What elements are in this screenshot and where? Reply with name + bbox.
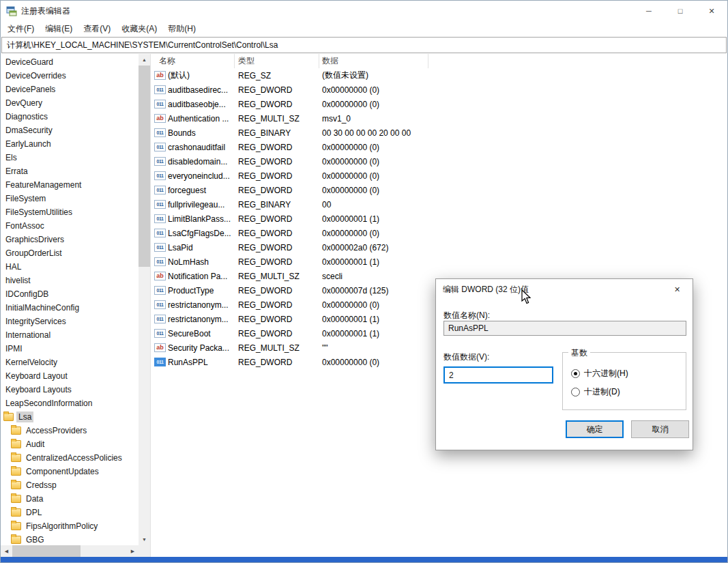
tree-item-FontAssoc[interactable]: FontAssoc xyxy=(1,219,139,233)
tree-item-Credssp[interactable]: Credssp xyxy=(1,478,139,492)
scroll-left-icon[interactable]: ◀ xyxy=(1,545,12,557)
column-header-0[interactable]: 名称 xyxy=(151,54,235,68)
value-row-disabledomain...[interactable]: 011disabledomain...REG_DWORD0x00000000 (… xyxy=(151,154,727,169)
value-data-input[interactable] xyxy=(443,366,553,384)
scroll-right-icon[interactable]: ▶ xyxy=(127,545,139,557)
tree-item-FipsAlgorithmPolicy[interactable]: FipsAlgorithmPolicy xyxy=(1,519,139,533)
value-row-Bounds[interactable]: 011BoundsREG_BINARY00 30 00 00 00 20 00 … xyxy=(151,126,727,140)
value-data: 0x00000000 (0) xyxy=(319,157,727,167)
vertical-scroll-thumb[interactable] xyxy=(139,66,150,267)
ok-button[interactable]: 确定 xyxy=(566,420,624,438)
tree-item-IPMI[interactable]: IPMI xyxy=(1,342,139,356)
horizontal-scroll-thumb[interactable] xyxy=(12,545,81,557)
column-header-2[interactable]: 数据 xyxy=(319,54,428,68)
folder-icon xyxy=(11,536,21,544)
value-name-cell: 011restrictanonym... xyxy=(151,300,235,310)
menu-item[interactable]: 收藏夹(A) xyxy=(116,21,162,37)
dword-value-icon: 011 xyxy=(154,143,166,151)
value-row-LsaPid[interactable]: 011LsaPidREG_DWORD0x000002a0 (672) xyxy=(151,240,727,255)
dialog-close-button[interactable]: ✕ xyxy=(662,279,693,300)
value-row-LsaCfgFlagsDe...[interactable]: 011LsaCfgFlagsDe...REG_DWORD0x00000000 (… xyxy=(151,226,727,240)
tree-item-CentralizedAccessPolicies[interactable]: CentralizedAccessPolicies xyxy=(1,451,139,465)
value-name-cell: 011Bounds xyxy=(151,128,235,138)
value-name-cell: 011LsaCfgFlagsDe... xyxy=(151,229,235,238)
tree-item-KernelVelocity[interactable]: KernelVelocity xyxy=(1,356,139,369)
tree-item-DeviceGuard[interactable]: DeviceGuard xyxy=(1,55,139,69)
tree-item-Lsa[interactable]: Lsa xyxy=(1,410,139,424)
value-row-Authentication ...[interactable]: abAuthentication ...REG_MULTI_SZmsv1_0 xyxy=(151,111,727,126)
tree-item-IDConfigDB[interactable]: IDConfigDB xyxy=(1,287,139,301)
menu-item[interactable]: 编辑(E) xyxy=(40,21,78,37)
tree-item-label: Lsa xyxy=(16,412,33,422)
value-name-cell: 011forceguest xyxy=(151,186,235,195)
tree-item-FileSystem[interactable]: FileSystem xyxy=(1,192,139,205)
tree-item-label: DPL xyxy=(24,507,44,518)
value-row-NoLmHash[interactable]: 011NoLmHashREG_DWORD0x00000001 (1) xyxy=(151,255,727,269)
value-row-LimitBlankPass...[interactable]: 011LimitBlankPass...REG_DWORD0x00000001 … xyxy=(151,212,727,226)
address-bar[interactable]: 计算机\HKEY_LOCAL_MACHINE\SYSTEM\CurrentCon… xyxy=(1,37,727,53)
menu-item[interactable]: 查看(V) xyxy=(78,21,116,37)
tree-item-FeatureManagement[interactable]: FeatureManagement xyxy=(1,178,139,192)
tree-item-Diagnostics[interactable]: Diagnostics xyxy=(1,110,139,124)
tree-item-GraphicsDrivers[interactable]: GraphicsDrivers xyxy=(1,233,139,246)
tree-item-Errata[interactable]: Errata xyxy=(1,164,139,178)
value-row-fullprivilegeau...[interactable]: 011fullprivilegeau...REG_BINARY00 xyxy=(151,197,727,212)
folder-icon xyxy=(11,454,21,462)
tree-item-International[interactable]: International xyxy=(1,328,139,342)
tree-item-Keyboard Layout[interactable]: Keyboard Layout xyxy=(1,369,139,383)
tree-item-InitialMachineConfig[interactable]: InitialMachineConfig xyxy=(1,301,139,315)
cancel-button[interactable]: 取消 xyxy=(631,420,689,438)
value-name-field[interactable] xyxy=(443,321,686,336)
tree-item-DevicePanels[interactable]: DevicePanels xyxy=(1,83,139,96)
tree-item-GroupOrderList[interactable]: GroupOrderList xyxy=(1,246,139,260)
tree-item-IntegrityServices[interactable]: IntegrityServices xyxy=(1,315,139,328)
value-name-cell: abNotification Pa... xyxy=(151,272,235,281)
tree-item-label: FeatureManagement xyxy=(3,179,83,190)
tree-horizontal-scrollbar[interactable]: ◀ ▶ xyxy=(1,545,139,557)
value-row-forceguest[interactable]: 011forceguestREG_DWORD0x00000000 (0) xyxy=(151,183,727,197)
maximize-button[interactable]: □ xyxy=(665,1,696,21)
tree-item-label: Credssp xyxy=(24,480,59,491)
close-button[interactable]: ✕ xyxy=(696,1,727,21)
tree-item-DPL[interactable]: DPL xyxy=(1,506,139,519)
scroll-down-icon[interactable]: ▼ xyxy=(139,534,150,545)
radio-hexadecimal[interactable]: 十六进制(H) xyxy=(571,368,628,379)
tree-item-DeviceOverrides[interactable]: DeviceOverrides xyxy=(1,69,139,83)
value-row-(默认)[interactable]: ab(默认)REG_SZ(数值未设置) xyxy=(151,68,727,83)
column-header-1[interactable]: 类型 xyxy=(235,54,319,68)
tree-item-Audit[interactable]: Audit xyxy=(1,437,139,451)
tree-item-FileSystemUtilities[interactable]: FileSystemUtilities xyxy=(1,205,139,219)
scroll-up-icon[interactable]: ▲ xyxy=(139,54,150,66)
tree-item-EarlyLaunch[interactable]: EarlyLaunch xyxy=(1,137,139,151)
value-row-auditbaseobje...[interactable]: 011auditbaseobje...REG_DWORD0x00000000 (… xyxy=(151,97,727,111)
value-type: REG_DWORD xyxy=(235,229,319,238)
tree-item-hivelist[interactable]: hivelist xyxy=(1,274,139,287)
tree-item-GBG[interactable]: GBG xyxy=(1,533,139,545)
value-row-everyoneinclud...[interactable]: 011everyoneinclud...REG_DWORD0x00000000 … xyxy=(151,169,727,183)
value-name: disabledomain... xyxy=(168,157,227,167)
value-row-crashonauditfail[interactable]: 011crashonauditfailREG_DWORD0x00000000 (… xyxy=(151,140,727,154)
tree-item-Data[interactable]: Data xyxy=(1,492,139,506)
menu-item[interactable]: 文件(F) xyxy=(2,21,40,37)
menu-item[interactable]: 帮助(H) xyxy=(162,21,201,37)
tree-item-DmaSecurity[interactable]: DmaSecurity xyxy=(1,124,139,137)
radio-decimal[interactable]: 十进制(D) xyxy=(571,386,620,398)
value-data: 0x00000000 (0) xyxy=(319,229,727,238)
dword-value-icon: 011 xyxy=(154,257,166,266)
value-data: msv1_0 xyxy=(319,114,727,124)
tree: DeviceGuardDeviceOverridesDevicePanelsDe… xyxy=(1,55,139,545)
tree-item-Keyboard Layouts[interactable]: Keyboard Layouts xyxy=(1,383,139,396)
tree-item-ComponentUpdates[interactable]: ComponentUpdates xyxy=(1,465,139,478)
tree-item-AccessProviders[interactable]: AccessProviders xyxy=(1,424,139,437)
value-row-auditbasedirec...[interactable]: 011auditbasedirec...REG_DWORD0x00000000 … xyxy=(151,83,727,97)
tree-item-HAL[interactable]: HAL xyxy=(1,260,139,274)
tree-item-label: InitialMachineConfig xyxy=(3,302,81,313)
tree-item-DevQuery[interactable]: DevQuery xyxy=(1,96,139,110)
value-name: restrictanonym... xyxy=(168,315,229,324)
value-name: ProductType xyxy=(168,286,214,295)
tree-item-Els[interactable]: Els xyxy=(1,151,139,164)
tree-item-LeapSecondInformation[interactable]: LeapSecondInformation xyxy=(1,396,139,410)
tree-vertical-scrollbar[interactable]: ▲ ▼ xyxy=(139,54,150,545)
minimize-button[interactable]: ─ xyxy=(633,1,665,21)
tree-item-label: IntegrityServices xyxy=(3,316,68,327)
